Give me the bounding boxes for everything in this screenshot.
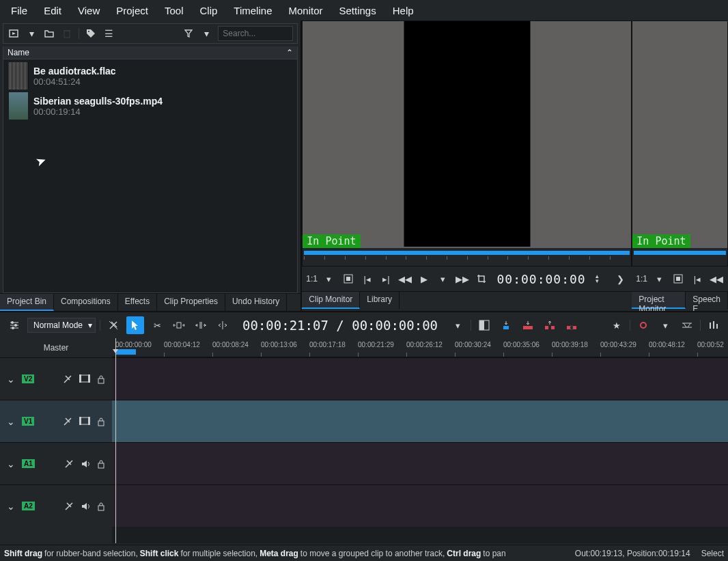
master-label[interactable]: Master: [0, 338, 112, 357]
lock-icon[interactable]: [97, 459, 105, 469]
timeline-tracks[interactable]: 00:00:00:0000:00:04:1200:00:08:2400:00:1…: [112, 338, 728, 543]
zone-bar[interactable]: [115, 349, 136, 355]
expand-icon[interactable]: ⌄: [7, 501, 15, 512]
menu-clip[interactable]: Clip: [192, 1, 226, 20]
track-header-v2[interactable]: ⌄ V2: [0, 357, 112, 400]
effects-icon[interactable]: [63, 417, 72, 426]
playhead[interactable]: [115, 338, 116, 543]
tag-icon[interactable]: [85, 27, 97, 40]
menu-settings[interactable]: Settings: [331, 1, 384, 20]
rewind-icon[interactable]: ◀◀: [397, 271, 412, 286]
tab-project-monitor[interactable]: Project Monitor: [632, 292, 686, 309]
project-monitor[interactable]: In Point: [632, 20, 728, 266]
fullscreen-icon[interactable]: [341, 271, 356, 286]
dropdown-icon[interactable]: ▾: [656, 316, 674, 334]
visible-icon[interactable]: [79, 417, 90, 426]
crop-icon[interactable]: [474, 271, 489, 286]
menu-edit[interactable]: Edit: [36, 1, 70, 20]
dropdown-icon[interactable]: ▾: [449, 316, 466, 334]
dropdown-icon[interactable]: ▾: [436, 271, 451, 286]
fit-tool-icon[interactable]: [192, 316, 210, 334]
folder-icon[interactable]: [43, 27, 55, 40]
expand-icon[interactable]: ⌄: [7, 416, 15, 427]
track-a2[interactable]: [112, 484, 728, 527]
tab-effects[interactable]: Effects: [118, 294, 157, 311]
menu-help[interactable]: Help: [384, 1, 422, 20]
clip-monitor[interactable]: In Point: [302, 20, 632, 266]
ratio-label[interactable]: 1:1: [636, 271, 647, 286]
menu-view[interactable]: View: [70, 1, 108, 20]
timeline-settings-icon[interactable]: [5, 316, 23, 334]
track-header-v1[interactable]: ⌄ V1: [0, 400, 112, 442]
extract-icon[interactable]: [541, 316, 559, 334]
ratio-label[interactable]: 1:1: [306, 271, 318, 286]
dropdown-icon[interactable]: ▾: [25, 27, 38, 40]
list-item[interactable]: Siberian seagulls-30fps.mp4 00:00:19:14: [5, 91, 296, 121]
razor-tool-icon[interactable]: ✂: [148, 316, 166, 334]
forward-icon[interactable]: ▶▶: [455, 271, 470, 286]
track-header-a1[interactable]: ⌄ A1: [0, 442, 112, 484]
dropdown-icon[interactable]: ▾: [322, 271, 337, 286]
lift-icon[interactable]: [563, 316, 580, 334]
tab-clip-monitor[interactable]: Clip Monitor: [302, 292, 360, 309]
next-icon[interactable]: ❯: [613, 271, 628, 286]
tab-clip-properties[interactable]: Clip Properties: [157, 294, 225, 311]
expand-icon[interactable]: ⌄: [7, 374, 15, 385]
menu-file[interactable]: File: [3, 1, 36, 20]
play-icon[interactable]: ▶: [417, 271, 432, 286]
mute-icon[interactable]: [81, 459, 90, 469]
overwrite-icon[interactable]: [519, 316, 537, 334]
audio-mixer-icon[interactable]: [705, 316, 723, 334]
lock-icon[interactable]: [97, 417, 105, 426]
menu-project[interactable]: Project: [108, 1, 156, 20]
bin-list[interactable]: Be audiotrack.flac 00:04:51:24 Siberian …: [3, 59, 298, 293]
search-input[interactable]: [218, 26, 293, 41]
go-start-icon[interactable]: |◂: [360, 271, 375, 286]
sort-icon[interactable]: ⌃: [286, 48, 293, 57]
edit-mode-select[interactable]: Normal Mode: [27, 318, 96, 333]
monitor-ruler[interactable]: [303, 248, 631, 266]
tab-undo-history[interactable]: Undo History: [225, 294, 287, 311]
expand-icon[interactable]: ⌄: [7, 459, 15, 469]
tab-project-bin[interactable]: Project Bin: [0, 294, 54, 311]
track-v1[interactable]: [112, 400, 728, 442]
dropdown-icon[interactable]: ▾: [200, 27, 212, 40]
track-header-a2[interactable]: ⌄ A2: [0, 484, 112, 527]
rewind-icon[interactable]: ◀◀: [709, 271, 724, 286]
insert-icon[interactable]: [497, 316, 515, 334]
menu-timeline[interactable]: Timeline: [225, 1, 280, 20]
menu-tool[interactable]: Tool: [156, 1, 192, 20]
tab-compositions[interactable]: Compositions: [54, 294, 118, 311]
fullscreen-icon[interactable]: [671, 271, 686, 286]
go-start-icon[interactable]: |◂: [690, 271, 705, 286]
effects-icon[interactable]: [63, 374, 72, 384]
timecode[interactable]: 00:00:00:00: [496, 272, 585, 286]
bin-column-header[interactable]: Name ⌃: [3, 46, 298, 59]
effects-icon[interactable]: [64, 459, 74, 469]
track-a1[interactable]: [112, 442, 728, 484]
lock-icon[interactable]: [97, 502, 105, 511]
mute-icon[interactable]: [81, 502, 90, 511]
visible-icon[interactable]: [79, 374, 90, 384]
timeline-ruler[interactable]: 00:00:00:0000:00:04:1200:00:08:2400:00:1…: [112, 338, 728, 357]
list-icon[interactable]: ☰: [102, 27, 115, 40]
delete-icon[interactable]: [61, 27, 73, 40]
go-end-icon[interactable]: ▸|: [378, 271, 393, 286]
add-clip-icon[interactable]: [8, 27, 20, 40]
menu-monitor[interactable]: Monitor: [280, 1, 331, 20]
timeline-position[interactable]: 00:00:21:07 / 00:00:00:00: [242, 318, 438, 333]
tab-speech[interactable]: Speech E: [686, 292, 728, 309]
spacer-tool-icon[interactable]: [170, 316, 188, 334]
record-icon[interactable]: [634, 316, 652, 334]
lock-icon[interactable]: [97, 374, 105, 384]
dropdown-icon[interactable]: ▾: [652, 271, 667, 286]
preview-icon[interactable]: [678, 316, 696, 334]
spinner-icon[interactable]: ▴▾: [590, 271, 605, 286]
effects-icon[interactable]: [64, 502, 74, 511]
monitor-ruler[interactable]: [632, 248, 727, 266]
favorite-icon[interactable]: ★: [608, 316, 626, 334]
filter-icon[interactable]: [182, 27, 195, 40]
tab-library[interactable]: Library: [360, 292, 400, 309]
track-v2[interactable]: [112, 357, 728, 400]
ripple-tool-icon[interactable]: [214, 316, 232, 334]
